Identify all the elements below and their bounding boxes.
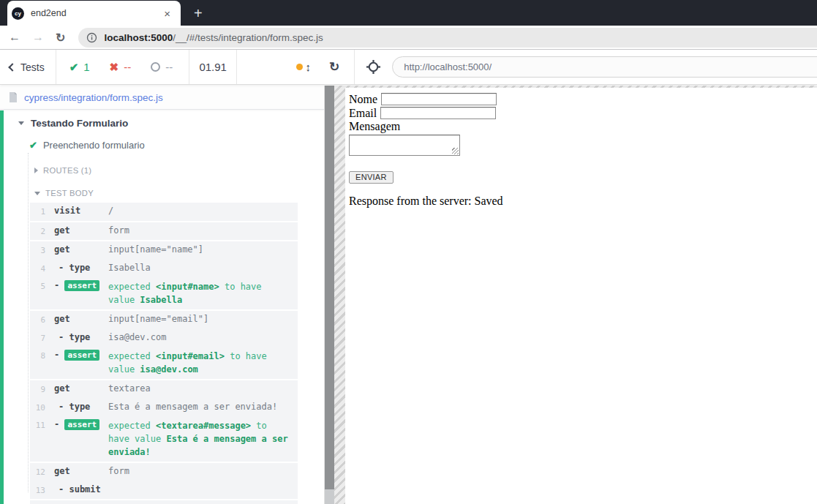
command-row[interactable]: 4- typeIsabella [30, 260, 298, 278]
command-number: 8 [30, 350, 45, 362]
command-row[interactable]: 13- submit [30, 481, 298, 500]
aut-url-field[interactable]: http://localhost:5000/ [392, 56, 817, 78]
test-row[interactable]: ✔ Preenchendo formulario [29, 140, 324, 151]
url-domain: localhost:5000 [104, 32, 173, 43]
browser-tab[interactable]: cy end2end × [7, 1, 181, 26]
resize-grip-icon[interactable] [452, 148, 459, 154]
email-label: Email [349, 107, 377, 120]
command-number: 4 [30, 263, 45, 275]
command-row[interactable]: 5- assertexpected <input#name> to have v… [30, 277, 298, 309]
command-method: - assert [54, 350, 108, 361]
command-message: expected <input#name> to have value Isab… [108, 280, 298, 306]
assert-badge: assert [64, 419, 99, 430]
command-message: input[name="email"] [108, 314, 298, 326]
passed-count: 1 [83, 61, 89, 73]
test-passed-check-icon: ✔ [29, 140, 37, 151]
auto-scrolling-toggle[interactable]: ↕ [296, 61, 311, 73]
cypress-favicon-icon: cy [12, 7, 24, 20]
command-message: form [108, 466, 298, 478]
tab-title: end2end [31, 8, 161, 18]
command-method: - type [54, 263, 108, 274]
command-method: get [54, 244, 108, 256]
command-group: 9gettextarea10- typeEsta é a mensagem a … [30, 380, 298, 462]
command-row[interactable]: 6getinput[name="email"] [30, 311, 298, 329]
email-input[interactable] [380, 107, 496, 119]
name-input[interactable] [381, 93, 497, 105]
suite-container: Testando Formulario ✔ Preenchendo formul… [0, 110, 324, 504]
chevron-down-icon [18, 121, 24, 125]
xhr-stub-row[interactable]: (xhr stub)POST 200 /users/ [30, 500, 298, 504]
assert-badge: assert [64, 280, 99, 291]
command-number: 10 [30, 402, 45, 414]
test-body-section-header[interactable]: TEST BODY [34, 189, 324, 198]
pending-count: -- [165, 61, 173, 73]
command-row[interactable]: 9gettextarea [30, 380, 298, 399]
message-textarea[interactable] [349, 135, 460, 156]
forward-icon: → [32, 31, 44, 44]
auto-scroll-dot-icon [296, 64, 303, 70]
command-message: isa@dev.com [108, 332, 298, 344]
aut-iframe: Nome Email Mensagem ENVIAR Response from… [345, 88, 817, 504]
selector-playground-button[interactable] [355, 50, 392, 84]
reporter-scrollbar[interactable] [325, 86, 334, 504]
chevron-left-icon [8, 63, 16, 71]
tests-label: Tests [20, 61, 45, 73]
browser-address-bar: ← → ↻ localhost:5000/__/#/tests/integrat… [0, 26, 817, 50]
cypress-toolbar: Tests ✔ 1 ✖ -- -- 01.91 ↕ ↻ [0, 50, 817, 85]
page-info-icon[interactable] [86, 32, 97, 43]
command-number: 5 [30, 280, 45, 293]
hierarchy-dotted-line [28, 153, 29, 492]
command-method: visit [54, 206, 108, 217]
test-body-label: TEST BODY [45, 189, 94, 198]
command-method: get [54, 383, 108, 395]
routes-label: ROUTES (1) [43, 166, 91, 175]
routes-section-header[interactable]: ROUTES (1) [34, 166, 324, 175]
command-row[interactable]: 10- typeEsta é a mensagem a ser enviada! [30, 399, 298, 417]
new-tab-button[interactable]: + [194, 6, 203, 20]
suite-title: Testando Formulario [31, 118, 128, 129]
command-message: textarea [108, 383, 298, 395]
browser-tab-bar: cy end2end × + [0, 0, 817, 26]
command-row[interactable]: 8- assertexpected <input#email> to have … [30, 347, 298, 379]
back-icon[interactable]: ← [9, 31, 20, 44]
submit-button[interactable]: ENVIAR [349, 171, 394, 184]
file-icon [9, 92, 18, 102]
command-row[interactable]: 2getform [30, 222, 298, 241]
back-to-tests-button[interactable]: Tests [0, 50, 56, 84]
chevron-right-icon [34, 168, 38, 173]
reload-icon[interactable]: ↻ [56, 31, 65, 45]
command-row[interactable]: 1visit/ [30, 203, 298, 221]
tab-close-icon[interactable]: × [161, 7, 173, 20]
crosshair-icon [366, 59, 381, 75]
command-group: 3getinput[name="name"]4- typeIsabella5- … [30, 241, 298, 309]
command-group: 1visit/ [30, 203, 298, 221]
command-method: - assert [54, 280, 108, 292]
command-method: get [54, 225, 108, 237]
command-number: 13 [30, 484, 45, 497]
omnibox[interactable]: localhost:5000/__/#/tests/integration/fo… [78, 28, 817, 48]
runner-main: cypress/integration/form.spec.js Testand… [0, 86, 817, 504]
server-response-text: Response from the server: Saved [349, 195, 817, 208]
spec-file-link[interactable]: cypress/integration/form.spec.js [24, 92, 163, 103]
scroll-arrows-icon: ↕ [305, 61, 311, 73]
command-row[interactable]: 11- assertexpected <textarea#message> to… [30, 416, 298, 462]
run-duration: 01.91 [189, 50, 236, 84]
command-row[interactable]: 7- typeisa@dev.com [30, 329, 298, 347]
command-row[interactable]: 12getform [30, 463, 298, 481]
passed-stat: ✔ 1 [69, 61, 90, 74]
failed-stat: ✖ -- [110, 61, 132, 74]
aut-background: Nome Email Mensagem ENVIAR Response from… [334, 86, 817, 504]
scrollbar-thumb[interactable] [325, 86, 334, 489]
restart-tests-button[interactable]: ↻ [329, 61, 339, 73]
command-message: input[name="name"] [108, 244, 298, 256]
command-number: 2 [30, 225, 45, 238]
command-number: 3 [30, 244, 45, 257]
command-group: 12getform13- submit [30, 463, 298, 499]
command-number: 11 [30, 419, 45, 432]
pending-stat: -- [151, 61, 173, 73]
command-row[interactable]: 3getinput[name="name"] [30, 241, 298, 260]
command-message: expected <input#email> to have value isa… [108, 350, 298, 376]
name-label: Nome [349, 93, 377, 106]
failed-count: -- [124, 61, 131, 73]
suite-row[interactable]: Testando Formulario [18, 118, 324, 129]
